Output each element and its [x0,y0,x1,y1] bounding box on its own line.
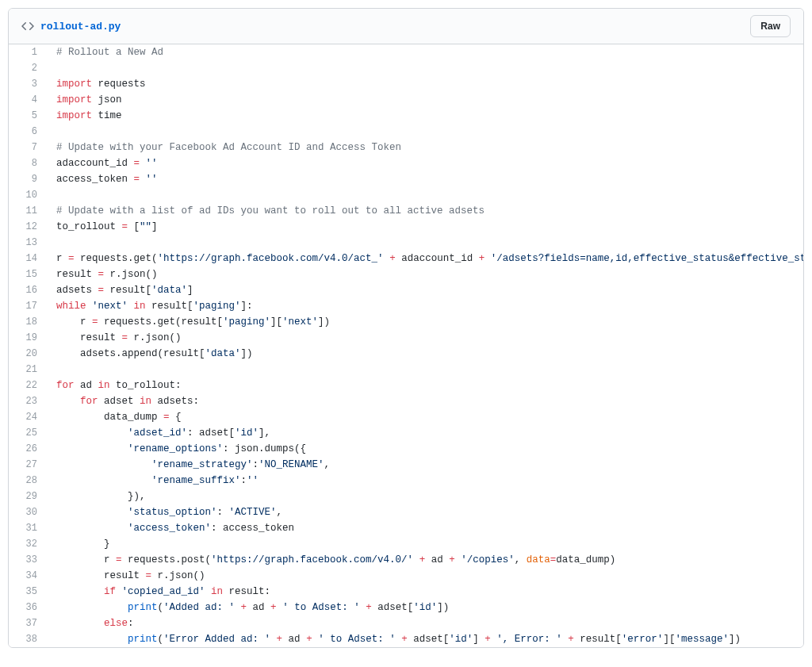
line-number[interactable]: 35 [9,584,48,600]
line-content[interactable]: while 'next' in result['paging']: [48,298,803,314]
code-line: 11# Update with a list of ad IDs you wan… [9,203,803,219]
line-number[interactable]: 26 [9,441,48,457]
line-number[interactable]: 29 [9,489,48,504]
line-number[interactable]: 7 [9,140,48,155]
line-number[interactable]: 17 [9,298,48,314]
line-content[interactable]: print('Error Added ad: ' + ad + ' to Ads… [48,631,803,647]
line-content[interactable]: access_token = '' [48,171,803,187]
line-content[interactable]: adaccount_id = '' [48,155,803,171]
line-content[interactable]: r = requests.get(result['paging']['next'… [48,314,803,330]
line-content[interactable]: print('Added ad: ' + ad + ' to Adset: ' … [48,600,803,615]
line-content[interactable]: adsets = result['data'] [48,282,803,298]
line-content[interactable]: 'rename_strategy':'NO_RENAME', [48,457,803,473]
line-content[interactable] [48,235,803,251]
line-content[interactable]: adsets.append(result['data']) [48,346,803,362]
line-number[interactable]: 9 [9,171,48,187]
line-content[interactable]: import json [48,92,803,108]
line-number[interactable]: 21 [9,362,48,378]
line-number[interactable]: 11 [9,203,48,219]
line-number[interactable]: 20 [9,346,48,362]
line-content[interactable]: to_rollout = [""] [48,219,803,235]
line-number[interactable]: 24 [9,409,48,425]
code-line: 3import requests [9,76,803,92]
line-number[interactable]: 31 [9,520,48,536]
line-content[interactable]: if 'copied_ad_id' in result: [48,584,803,600]
code-line: 7# Update with your Facebook Ad Account … [9,140,803,155]
line-content[interactable]: for adset in adsets: [48,393,803,409]
code-line: 6 [9,124,803,140]
line-number[interactable]: 4 [9,92,48,108]
code-table: 1# Rollout a New Ad2 3import requests4im… [9,44,803,647]
line-number[interactable]: 32 [9,536,48,552]
code-line: 10 [9,187,803,203]
line-content[interactable] [48,60,803,76]
line-content[interactable]: result = r.json() [48,330,803,346]
code-line: 15result = r.json() [9,266,803,282]
line-number[interactable]: 33 [9,552,48,568]
line-content[interactable]: # Rollout a New Ad [48,44,803,60]
line-number[interactable]: 37 [9,615,48,631]
line-number[interactable]: 23 [9,393,48,409]
code-area[interactable]: 1# Rollout a New Ad2 3import requests4im… [9,44,803,647]
line-content[interactable]: for ad in to_rollout: [48,378,803,393]
line-number[interactable]: 15 [9,266,48,282]
line-content[interactable]: 'status_option': 'ACTIVE', [48,504,803,520]
code-line: 23 for adset in adsets: [9,393,803,409]
line-number[interactable]: 16 [9,282,48,298]
code-line: 30 'status_option': 'ACTIVE', [9,504,803,520]
line-number[interactable]: 27 [9,457,48,473]
code-line: 16adsets = result['data'] [9,282,803,298]
code-line: 1# Rollout a New Ad [9,44,803,60]
line-number[interactable]: 22 [9,378,48,393]
line-number[interactable]: 10 [9,187,48,203]
code-line: 32 } [9,536,803,552]
line-number[interactable]: 30 [9,504,48,520]
line-number[interactable]: 5 [9,108,48,124]
line-content[interactable]: result = r.json() [48,266,803,282]
line-number[interactable]: 3 [9,76,48,92]
line-number[interactable]: 14 [9,251,48,266]
line-content[interactable]: 'access_token': access_token [48,520,803,536]
file-info: rollout-ad.py [21,20,121,33]
line-number[interactable]: 25 [9,425,48,441]
line-content[interactable]: # Update with your Facebook Ad Account I… [48,140,803,155]
line-content[interactable]: r = requests.post('https://graph.faceboo… [48,552,803,568]
code-line: 35 if 'copied_ad_id' in result: [9,584,803,600]
line-number[interactable]: 18 [9,314,48,330]
line-number[interactable]: 36 [9,600,48,615]
line-content[interactable] [48,362,803,378]
line-number[interactable]: 6 [9,124,48,140]
code-line: 19 result = r.json() [9,330,803,346]
line-content[interactable]: import requests [48,76,803,92]
line-number[interactable]: 13 [9,235,48,251]
line-content[interactable]: result = r.json() [48,568,803,584]
code-line: 14r = requests.get('https://graph.facebo… [9,251,803,266]
raw-button[interactable]: Raw [750,15,791,37]
line-content[interactable]: 'adset_id': adset['id'], [48,425,803,441]
line-number[interactable]: 34 [9,568,48,584]
line-number[interactable]: 8 [9,155,48,171]
code-line: 17while 'next' in result['paging']: [9,298,803,314]
file-name-link[interactable]: rollout-ad.py [40,21,121,33]
line-number[interactable]: 1 [9,44,48,60]
line-content[interactable]: 'rename_suffix':'' [48,473,803,489]
line-number[interactable]: 2 [9,60,48,76]
line-content[interactable]: r = requests.get('https://graph.facebook… [48,251,803,266]
code-line: 38 print('Error Added ad: ' + ad + ' to … [9,631,803,647]
file-header: rollout-ad.py Raw [9,9,803,44]
line-content[interactable]: # Update with a list of ad IDs you want … [48,203,803,219]
line-number[interactable]: 28 [9,473,48,489]
line-content[interactable] [48,187,803,203]
line-content[interactable]: 'rename_options': json.dumps({ [48,441,803,457]
line-content[interactable]: }), [48,489,803,504]
line-content[interactable]: data_dump = { [48,409,803,425]
line-number[interactable]: 12 [9,219,48,235]
line-content[interactable]: } [48,536,803,552]
code-line: 25 'adset_id': adset['id'], [9,425,803,441]
line-number[interactable]: 19 [9,330,48,346]
line-number[interactable]: 38 [9,631,48,647]
code-line: 2 [9,60,803,76]
line-content[interactable]: import time [48,108,803,124]
line-content[interactable] [48,124,803,140]
line-content[interactable]: else: [48,615,803,631]
